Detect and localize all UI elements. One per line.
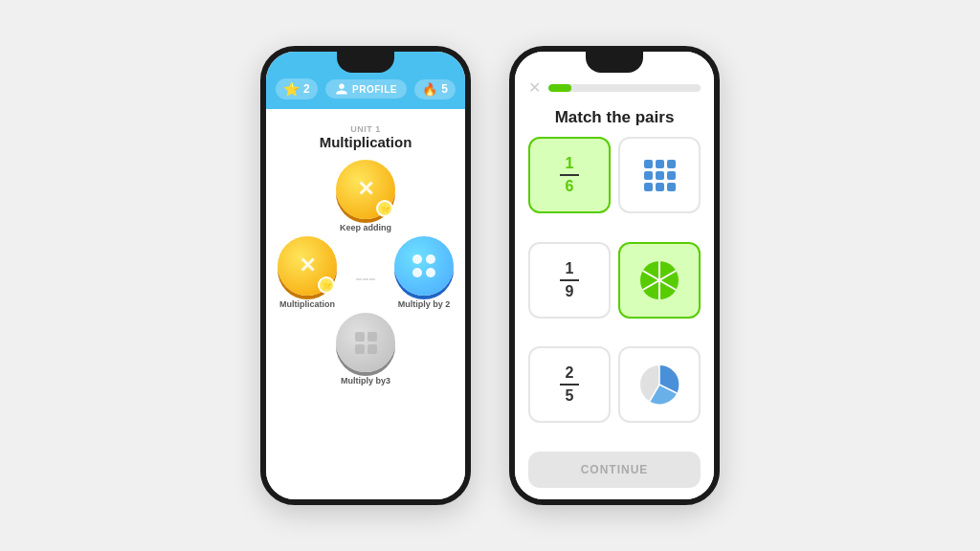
card-grid-visual[interactable] bbox=[618, 137, 701, 213]
dashed-connector bbox=[356, 278, 375, 280]
lesson-circle-keep-adding: ✕ ⭐ bbox=[336, 160, 395, 219]
denominator-2-5: 5 bbox=[566, 387, 574, 405]
pairs-grid: 1 6 1 9 bbox=[515, 137, 714, 444]
stars-count: 2 bbox=[303, 82, 310, 96]
gems-count: 5 bbox=[441, 82, 448, 96]
squares-icon bbox=[355, 332, 377, 354]
close-icon[interactable]: ✕ bbox=[528, 78, 541, 97]
lesson-item-multiply-by-3[interactable]: Multiply by3 bbox=[336, 313, 395, 386]
lesson-label-multiply-by-3: Multiply by3 bbox=[341, 376, 390, 386]
lesson-item-multiplication[interactable]: ✕ ⭐ Multiplication bbox=[278, 236, 337, 309]
card-pie-visual[interactable] bbox=[618, 242, 701, 319]
fraction-1-9: 1 9 bbox=[560, 260, 579, 300]
dots-icon bbox=[412, 254, 435, 277]
star-badge-2: ⭐ bbox=[318, 276, 335, 294]
continue-button[interactable]: CONTINUE bbox=[528, 452, 701, 488]
lesson-circle-multiply-by-2 bbox=[394, 236, 454, 296]
lesson-row-1: ✕ ⭐ Keep adding bbox=[336, 160, 395, 232]
card-frac-2-5[interactable]: 2 5 bbox=[528, 346, 611, 423]
unit-title: Multiplication bbox=[320, 134, 412, 150]
match-title: Match the pairs bbox=[515, 104, 714, 137]
fraction-bar-2-5 bbox=[560, 384, 579, 386]
x-mark-icon-2: ✕ bbox=[299, 253, 316, 278]
stars-badge: ⭐ 2 bbox=[276, 78, 318, 99]
card-frac-1-9[interactable]: 1 9 bbox=[528, 242, 611, 319]
right-phone-header: ✕ bbox=[515, 52, 714, 104]
numerator-2-5: 2 bbox=[566, 364, 574, 382]
progress-bar-fill bbox=[548, 84, 571, 92]
gem-icon: 🔥 bbox=[422, 82, 437, 97]
pie2-chart-icon bbox=[638, 364, 680, 406]
denominator: 6 bbox=[566, 178, 574, 195]
star-badge: ⭐ bbox=[376, 200, 393, 217]
pie-chart-icon bbox=[638, 259, 680, 301]
fraction-bar-1-9 bbox=[560, 279, 579, 281]
lesson-circle-multiplication: ✕ ⭐ bbox=[278, 236, 337, 296]
lesson-label-multiply-by-2: Multiply by 2 bbox=[398, 299, 451, 309]
lesson-item-keep-adding[interactable]: ✕ ⭐ Keep adding bbox=[336, 160, 395, 232]
progress-bar bbox=[548, 84, 701, 92]
lessons-grid: ✕ ⭐ Keep adding ✕ ⭐ Multiplication bbox=[276, 160, 456, 386]
lesson-row-2: ✕ ⭐ Multiplication Multiply by 2 bbox=[278, 236, 454, 309]
lesson-circle-multiply-by-3 bbox=[336, 313, 395, 372]
profile-button[interactable]: PROFILE bbox=[325, 79, 407, 99]
fraction-bar bbox=[560, 174, 579, 176]
fraction-1-6: 1 6 bbox=[560, 155, 579, 195]
left-phone-header: ⭐ 2 PROFILE 🔥 5 bbox=[266, 52, 465, 109]
left-phone: ⭐ 2 PROFILE 🔥 5 UNIT 1 Multiplication bbox=[260, 46, 471, 505]
card-pie2-visual[interactable] bbox=[618, 346, 701, 423]
numerator-1-9: 1 bbox=[566, 260, 574, 277]
fraction-2-5: 2 5 bbox=[560, 364, 579, 405]
lesson-row-3: Multiply by3 bbox=[336, 313, 395, 386]
left-phone-body: UNIT 1 Multiplication ✕ ⭐ Keep adding bbox=[266, 109, 465, 499]
profile-label: PROFILE bbox=[352, 84, 397, 95]
profile-icon bbox=[335, 82, 348, 96]
grid-3x3-icon bbox=[644, 160, 676, 191]
numerator: 1 bbox=[566, 155, 574, 172]
lesson-label-keep-adding: Keep adding bbox=[340, 223, 391, 232]
card-frac-1-6[interactable]: 1 6 bbox=[528, 137, 611, 213]
gems-badge: 🔥 5 bbox=[414, 79, 456, 99]
lesson-item-multiply-by-2[interactable]: Multiply by 2 bbox=[394, 236, 454, 309]
lesson-label-multiplication: Multiplication bbox=[279, 299, 335, 309]
denominator-1-9: 9 bbox=[566, 283, 574, 300]
right-phone: ✕ Match the pairs 1 6 bbox=[509, 46, 720, 505]
unit-label: UNIT 1 bbox=[350, 124, 381, 134]
star-icon: ⭐ bbox=[283, 81, 300, 97]
x-mark-icon: ✕ bbox=[357, 177, 374, 202]
